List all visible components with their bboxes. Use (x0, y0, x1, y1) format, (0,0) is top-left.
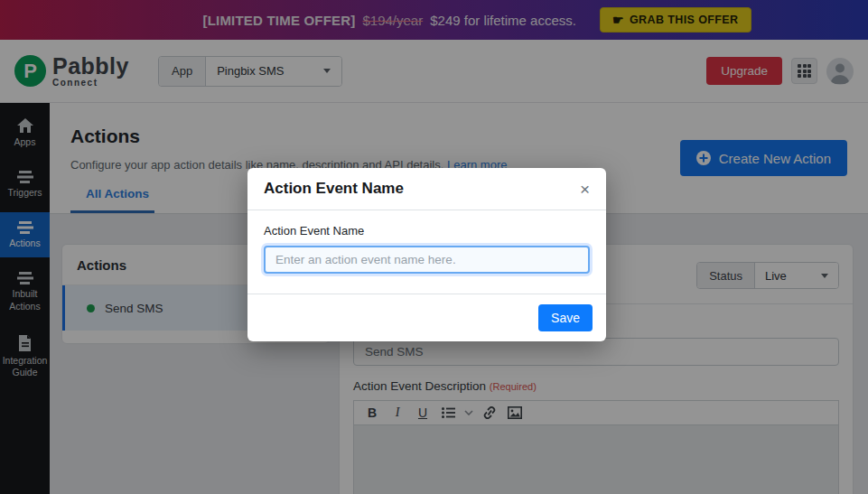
close-icon[interactable]: × (580, 181, 590, 198)
action-event-name-modal: Action Event Name × Action Event Name Sa… (247, 168, 606, 341)
action-event-name-modal-input[interactable] (264, 246, 590, 274)
modal-field-label: Action Event Name (264, 224, 590, 238)
modal-title: Action Event Name (264, 180, 404, 198)
save-button[interactable]: Save (538, 304, 593, 331)
